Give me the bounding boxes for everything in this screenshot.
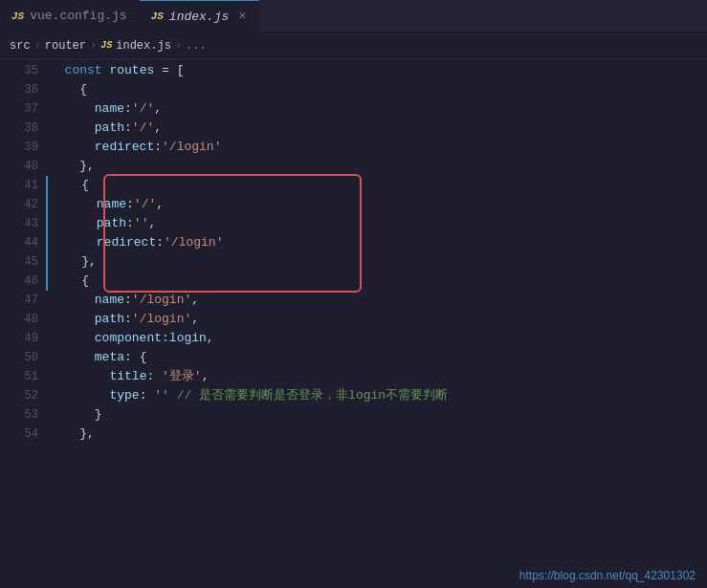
code-lines: const routes = [ { name:'/', path:'/', r… xyxy=(46,59,707,588)
token xyxy=(50,331,95,345)
token: : { xyxy=(124,350,146,364)
token xyxy=(50,312,95,326)
token: path xyxy=(95,120,124,135)
token xyxy=(52,216,97,230)
token: component xyxy=(95,331,162,345)
token: path xyxy=(97,216,126,230)
code-line-46: { xyxy=(46,272,707,291)
token: : xyxy=(124,312,132,326)
token xyxy=(50,63,65,77)
token: const xyxy=(65,63,102,77)
token: '/' xyxy=(134,197,156,211)
breadcrumb: src › router › JS index.js › ... xyxy=(0,33,707,59)
token: '登录' xyxy=(162,369,202,383)
line-number-45: 45 xyxy=(8,252,38,272)
token: { xyxy=(52,178,89,192)
token: '' xyxy=(154,388,169,403)
js-icon-breadcrumb: JS xyxy=(100,40,112,51)
token: '/' xyxy=(132,120,154,135)
token: name xyxy=(95,101,124,116)
token: : xyxy=(140,388,155,403)
code-line-44: redirect:'/login' xyxy=(46,233,707,252)
token: }, xyxy=(52,254,97,269)
token xyxy=(50,293,95,307)
line-number-38: 38 xyxy=(8,119,38,138)
token xyxy=(50,369,109,383)
token: , xyxy=(191,293,199,307)
token: '/login' xyxy=(132,312,191,326)
line-numbers: 3536373839404142434445464748495051525354 xyxy=(0,59,46,588)
code-line-40: }, xyxy=(46,157,707,176)
token: routes xyxy=(109,63,154,77)
token: { xyxy=(50,82,87,97)
line-number-35: 35 xyxy=(8,61,38,80)
code-line-35: const routes = [ xyxy=(46,61,707,80)
code-line-45: }, xyxy=(46,252,707,272)
breadcrumb-file: index.js xyxy=(116,39,171,53)
code-line-51: title: '登录', xyxy=(46,367,707,386)
code-area: 3536373839404142434445464748495051525354… xyxy=(0,59,707,588)
token: : xyxy=(154,140,162,154)
token: '/login' xyxy=(162,140,221,154)
code-line-36: { xyxy=(46,80,707,99)
tab-label-index-js: index.js xyxy=(169,10,229,24)
token: // 是否需要判断是否登录，非login不需要判断 xyxy=(177,388,448,403)
token xyxy=(52,235,97,250)
js-icon: JS xyxy=(11,11,24,22)
tab-bar: JS vue.config.js JS index.js × xyxy=(0,0,707,33)
token: : xyxy=(124,293,132,307)
code-line-38: path:'/', xyxy=(46,119,707,138)
code-line-37: name:'/', xyxy=(46,99,707,119)
token xyxy=(50,120,95,135)
line-number-50: 50 xyxy=(8,348,38,367)
close-icon[interactable]: × xyxy=(238,9,246,24)
line-number-41: 41 xyxy=(8,176,38,195)
code-line-43: path:'', xyxy=(46,214,707,233)
breadcrumb-sep2: › xyxy=(90,39,97,53)
token: name xyxy=(97,197,126,211)
line-number-49: 49 xyxy=(8,329,38,348)
token: : xyxy=(146,369,162,383)
code-line-53: } xyxy=(46,405,707,425)
token: '/login' xyxy=(132,293,191,307)
token: , xyxy=(191,312,199,326)
tab-vue-config[interactable]: JS vue.config.js xyxy=(0,0,140,33)
code-line-39: redirect:'/login' xyxy=(46,138,707,157)
token: redirect xyxy=(95,140,154,154)
line-number-47: 47 xyxy=(8,291,38,310)
line-number-46: 46 xyxy=(8,272,38,291)
token: title xyxy=(109,369,146,383)
watermark: https://blog.csdn.net/qq_42301302 xyxy=(519,569,696,582)
code-line-48: path:'/login', xyxy=(46,310,707,329)
line-number-39: 39 xyxy=(8,138,38,157)
token: '/login' xyxy=(164,235,223,250)
token: , xyxy=(154,101,162,116)
token: = [ xyxy=(154,63,184,77)
line-number-54: 54 xyxy=(8,425,38,444)
token xyxy=(50,350,95,364)
breadcrumb-src: src xyxy=(10,39,31,53)
line-number-36: 36 xyxy=(8,80,38,99)
token: login xyxy=(169,331,207,345)
token: , xyxy=(148,216,156,230)
line-number-43: 43 xyxy=(8,214,38,233)
token: } xyxy=(50,407,102,422)
token: }, xyxy=(50,426,95,441)
code-line-52: type: '' // 是否需要判断是否登录，非login不需要判断 xyxy=(46,386,707,405)
token xyxy=(169,388,177,403)
line-number-51: 51 xyxy=(8,367,38,386)
line-number-52: 52 xyxy=(8,386,38,405)
token: type xyxy=(109,388,139,403)
tab-index-js[interactable]: JS index.js × xyxy=(140,0,259,33)
breadcrumb-sep1: › xyxy=(34,39,41,53)
token: { xyxy=(52,273,89,288)
line-number-40: 40 xyxy=(8,157,38,176)
token: meta xyxy=(95,350,124,364)
line-number-53: 53 xyxy=(8,405,38,425)
token: , xyxy=(156,197,164,211)
breadcrumb-sep3: › xyxy=(175,39,182,53)
token: '/' xyxy=(132,101,154,116)
token: : xyxy=(162,331,169,345)
line-number-44: 44 xyxy=(8,233,38,252)
token xyxy=(50,140,95,154)
